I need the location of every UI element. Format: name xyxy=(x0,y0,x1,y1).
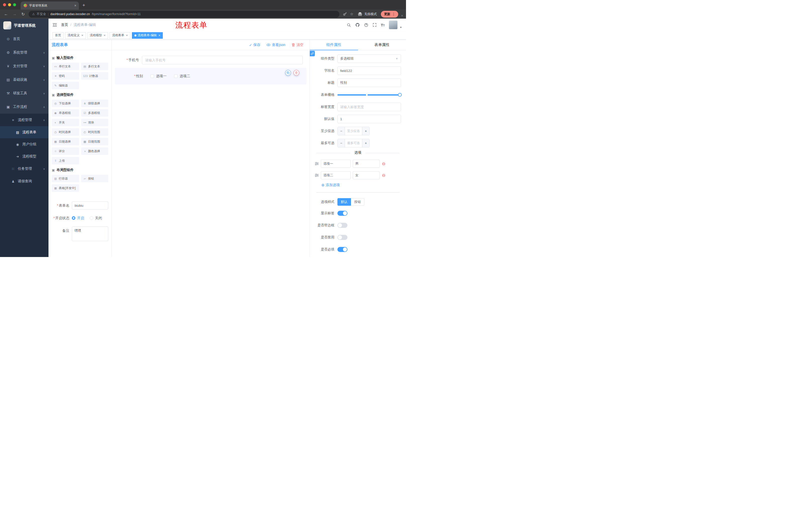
font-size-icon[interactable]: TT xyxy=(381,23,385,27)
tag-process-definition[interactable]: 流程定义 × xyxy=(65,32,86,39)
component-password[interactable]: ✳密码 xyxy=(52,72,79,80)
increment-button[interactable]: + xyxy=(362,139,369,147)
minimize-window-button[interactable] xyxy=(8,3,11,6)
sidebar-item-home[interactable]: ⊙ 首页 xyxy=(0,32,49,46)
tag-process-form[interactable]: 流程表单 × xyxy=(110,32,130,39)
sidebar-item-payment[interactable]: ¥ 支付管理 ∨ xyxy=(0,59,49,73)
breadcrumb-home[interactable]: 首页 xyxy=(61,23,68,27)
sidebar-item-process-form[interactable]: ▤ 流程表单 xyxy=(0,126,49,138)
component-time-range[interactable]: ◴时间范围 xyxy=(81,128,109,136)
component-cascader[interactable]: ⋔级联选择 xyxy=(81,100,109,107)
radio-open[interactable]: 开启 xyxy=(72,214,84,222)
fullscreen-icon[interactable] xyxy=(373,23,377,27)
component-upload[interactable]: ⇧上传 xyxy=(52,157,79,164)
new-tab-button[interactable]: + xyxy=(79,2,89,9)
component-slider[interactable]: ⊶滑块 xyxy=(81,119,109,126)
hamburger-icon[interactable] xyxy=(53,23,57,27)
menu-kebab-icon[interactable]: ⋮ xyxy=(390,12,397,16)
checkbox-icon[interactable] xyxy=(174,75,178,78)
sliders-icon[interactable] xyxy=(315,162,319,165)
tag-close-icon[interactable]: × xyxy=(126,33,128,37)
option-label-input[interactable] xyxy=(321,171,351,179)
component-editor[interactable]: ✎编辑器 xyxy=(52,82,79,89)
sidebar-item-devtools[interactable]: ⚒ 研发工具 ∨ xyxy=(0,86,49,100)
duplicate-field-button[interactable] xyxy=(285,70,291,76)
sliders-icon[interactable] xyxy=(315,173,319,177)
component-date-range[interactable]: ▩日期范围 xyxy=(81,138,109,145)
forward-button[interactable]: → xyxy=(11,12,18,16)
add-option-button[interactable]: ⊕ 添加选项 xyxy=(321,183,401,187)
tab-component-props[interactable]: 组件属性 xyxy=(310,40,358,50)
radio-closed[interactable]: 关闭 xyxy=(90,214,102,222)
clear-button[interactable]: 清空 xyxy=(291,43,303,47)
component-counter[interactable]: 123计数器 xyxy=(81,72,109,80)
update-button[interactable]: 更新 ⋮ xyxy=(381,11,398,18)
slider-knob[interactable] xyxy=(398,93,402,97)
avatar-caret-icon[interactable]: ▼ xyxy=(400,26,402,29)
component-switch[interactable]: ◐开关 xyxy=(52,119,79,126)
field-name-input[interactable] xyxy=(338,66,401,75)
search-icon[interactable] xyxy=(347,23,351,27)
option-label-input[interactable] xyxy=(321,160,351,168)
increment-button[interactable]: + xyxy=(362,127,369,135)
min-select-value[interactable]: 至少应选 xyxy=(345,127,362,135)
tag-process-model[interactable]: 流程模型 × xyxy=(87,32,108,39)
title-input[interactable] xyxy=(338,78,401,87)
component-radio-group[interactable]: ◉单选框组 xyxy=(52,109,79,117)
component-date-picker[interactable]: ▦日期选择 xyxy=(52,138,79,145)
tag-process-form-edit[interactable]: 流程表单-编辑 × xyxy=(132,32,163,39)
component-checkbox-group[interactable]: ☑多选框组 xyxy=(81,109,109,117)
back-button[interactable]: ← xyxy=(3,12,9,16)
password-key-icon[interactable] xyxy=(343,12,347,16)
tab-close-icon[interactable]: × xyxy=(75,4,76,7)
component-multi-text[interactable]: ▤多行文本 xyxy=(81,63,109,70)
tag-close-icon[interactable]: × xyxy=(104,33,106,37)
component-button[interactable]: ▱按钮 xyxy=(81,175,109,182)
style-button-button[interactable]: 按钮 xyxy=(351,198,364,206)
disabled-toggle[interactable] xyxy=(338,235,347,240)
decrement-button[interactable]: − xyxy=(338,139,345,147)
default-value-input[interactable] xyxy=(338,115,401,123)
sidebar-item-workflow[interactable]: ▣ 工作流程 ∧ xyxy=(0,100,49,114)
required-toggle[interactable] xyxy=(338,247,347,252)
delete-field-button[interactable] xyxy=(293,70,299,76)
form-remark-input[interactable]: 嘿嘿 xyxy=(72,226,108,241)
remove-option-icon[interactable]: ⊖ xyxy=(382,173,385,178)
sidebar-item-process-mgmt[interactable]: ≡ 流程管理 ∧ xyxy=(0,114,49,126)
sidebar-item-process-model[interactable]: ➔ 流程模型 xyxy=(0,151,49,162)
form-name-input[interactable] xyxy=(72,201,108,210)
github-icon[interactable] xyxy=(355,23,360,27)
sidebar-item-infra[interactable]: ▤ 基础设施 ∨ xyxy=(0,73,49,86)
grid-slider[interactable] xyxy=(338,90,401,99)
toolbar-chevron-icon[interactable]: ∨ xyxy=(401,14,403,17)
address-bar[interactable]: ⚠ 不安全 | dashboard.yudao.iocoder.cn/bpm/m… xyxy=(29,11,340,18)
bookmark-star-icon[interactable]: ☆ xyxy=(350,12,353,16)
view-json-button[interactable]: 查看json xyxy=(266,43,285,47)
sidebar-item-user-groups[interactable]: ◉ 用户分组 xyxy=(0,138,49,151)
gender-option-1[interactable]: 选项一 xyxy=(150,74,167,78)
gender-option-2[interactable]: 选项二 xyxy=(174,74,190,78)
phone-input[interactable] xyxy=(142,56,303,64)
component-row-container[interactable]: ▥行容器 xyxy=(52,175,79,182)
component-time-picker[interactable]: ◷时间选择 xyxy=(52,128,79,136)
browser-tab[interactable]: 芋道管理系统 × xyxy=(21,1,79,9)
close-window-button[interactable] xyxy=(3,3,6,6)
phone-field[interactable]: *手机号 xyxy=(115,55,307,65)
sidebar-item-leave-query[interactable]: ♟ 请假查询 xyxy=(0,175,49,188)
save-button[interactable]: ✓ 保存 xyxy=(249,43,261,47)
remove-option-icon[interactable]: ⊖ xyxy=(382,162,385,166)
doc-link-button[interactable] xyxy=(310,51,315,56)
checkbox-icon[interactable] xyxy=(150,75,154,78)
decrement-button[interactable]: − xyxy=(338,127,345,135)
label-width-input[interactable] xyxy=(338,103,401,111)
option-value-input[interactable] xyxy=(353,171,380,179)
help-icon[interactable] xyxy=(364,23,368,27)
reload-button[interactable]: ↻ xyxy=(20,12,26,17)
gender-field-selected[interactable]: *性别 选项一 选项二 xyxy=(115,68,307,84)
component-color-picker[interactable]: ◑颜色选择 xyxy=(81,147,109,155)
tag-close-icon[interactable]: × xyxy=(158,33,161,37)
component-table[interactable]: ▦表格[开发中] xyxy=(52,184,79,192)
border-toggle[interactable] xyxy=(338,223,347,228)
option-value-input[interactable] xyxy=(353,160,380,168)
max-select-value[interactable]: 最多可选 xyxy=(345,139,362,147)
